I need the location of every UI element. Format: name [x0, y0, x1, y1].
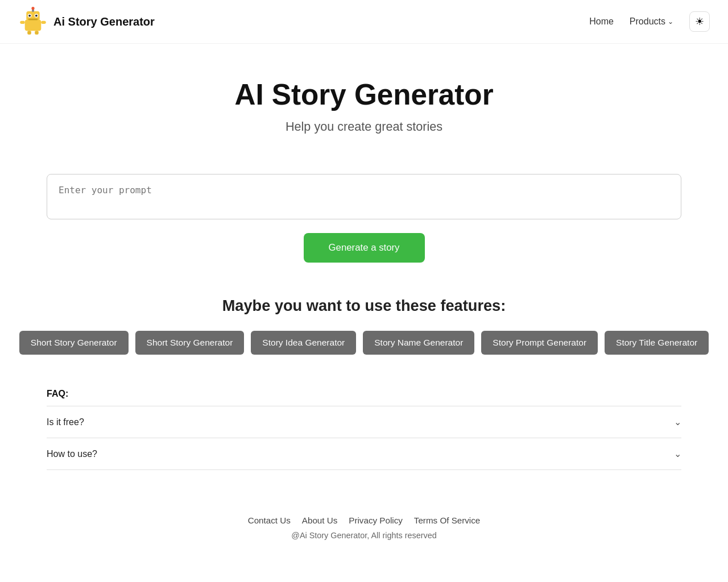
footer-copyright: @Ai Story Generator, All rights reserved: [11, 531, 717, 540]
generate-btn-wrap: Generate a story: [47, 233, 681, 263]
faq-chevron-icon: ⌄: [674, 448, 681, 459]
hero-subtitle: Help you create great stories: [11, 119, 717, 134]
hero-title: AI Story Generator: [11, 78, 717, 111]
nav-home-link[interactable]: Home: [589, 16, 614, 27]
robot-logo-icon: [18, 7, 48, 36]
generate-story-button[interactable]: Generate a story: [304, 233, 425, 263]
feature-chip[interactable]: Story Name Generator: [363, 331, 474, 355]
footer-link[interactable]: Privacy Policy: [349, 516, 403, 525]
hero-section: AI Story Generator Help you create great…: [0, 44, 728, 151]
nav-logo[interactable]: Ai Story Generator: [18, 7, 155, 36]
svg-rect-12: [41, 21, 46, 24]
nav-right: Home Products ⌄ ☀: [589, 11, 710, 32]
footer-link[interactable]: Contact Us: [248, 516, 291, 525]
footer-link[interactable]: About Us: [302, 516, 337, 525]
nav-products-dropdown[interactable]: Products ⌄: [630, 16, 673, 27]
faq-chevron-icon: ⌄: [674, 417, 681, 427]
faq-item[interactable]: How to use? ⌄: [47, 438, 681, 470]
prompt-section: Generate a story: [28, 174, 700, 263]
faq-question: Is it free?: [47, 417, 84, 427]
nav-products-label: Products: [630, 16, 665, 27]
prompt-input[interactable]: [47, 174, 681, 219]
faq-label: FAQ:: [47, 389, 681, 399]
nav-logo-text: Ai Story Generator: [53, 15, 155, 28]
footer-link[interactable]: Terms Of Service: [414, 516, 480, 525]
svg-point-3: [31, 7, 34, 10]
svg-rect-9: [27, 31, 31, 35]
feature-chip[interactable]: Story Idea Generator: [251, 331, 356, 355]
svg-rect-11: [20, 21, 24, 24]
faq-item[interactable]: Is it free? ⌄: [47, 406, 681, 438]
faq-section: FAQ: Is it free? ⌄ How to use? ⌄: [28, 389, 700, 470]
theme-toggle-button[interactable]: ☀: [689, 11, 710, 32]
svg-point-6: [28, 15, 31, 17]
feature-chip[interactable]: Short Story Generator: [135, 331, 245, 355]
products-chevron-icon: ⌄: [668, 18, 673, 26]
feature-chip[interactable]: Short Story Generator: [19, 331, 129, 355]
footer-links: Contact UsAbout UsPrivacy PolicyTerms Of…: [11, 516, 717, 525]
svg-rect-0: [25, 20, 42, 31]
features-section: Maybe you want to use these features: Sh…: [0, 263, 728, 366]
features-title: Maybe you want to use these features:: [18, 297, 710, 315]
svg-point-7: [35, 15, 38, 17]
features-chips: Short Story GeneratorShort Story Generat…: [18, 331, 710, 355]
svg-rect-8: [28, 19, 38, 20]
feature-chip[interactable]: Story Title Generator: [605, 331, 709, 355]
svg-rect-10: [35, 31, 39, 35]
feature-chip[interactable]: Story Prompt Generator: [481, 331, 598, 355]
footer: Contact UsAbout UsPrivacy PolicyTerms Of…: [0, 493, 728, 557]
faq-question: How to use?: [47, 449, 97, 459]
sun-icon: ☀: [695, 16, 704, 28]
